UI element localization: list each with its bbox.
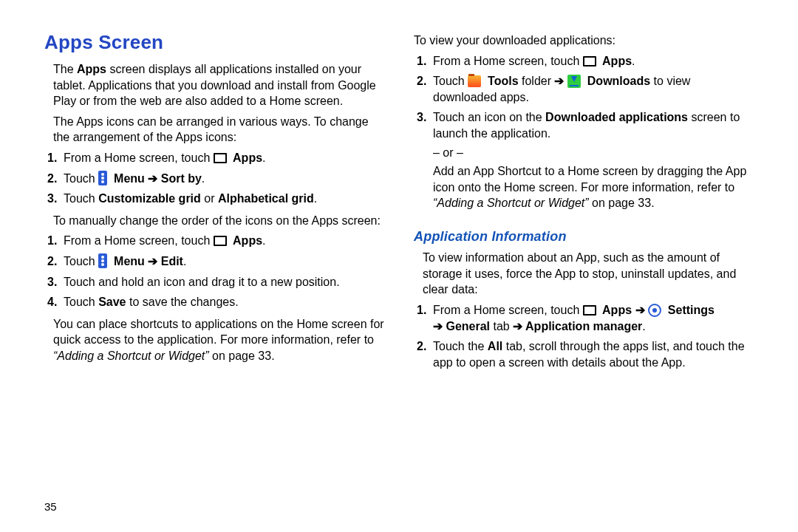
bold: Apps <box>599 304 632 316</box>
apps-icon <box>214 153 227 163</box>
arrow-icon: ➔ <box>433 320 446 332</box>
step-num: 3. <box>417 109 426 126</box>
text: You can place shortcuts to applications … <box>53 318 384 347</box>
menu-icon <box>98 253 107 268</box>
step: 3. Touch an icon on the Downloaded appli… <box>433 109 754 211</box>
apps-icon <box>214 236 227 246</box>
text: Apps <box>602 304 632 316</box>
text: Touch and hold an icon and drag it to a … <box>64 276 340 288</box>
arrow-icon: ➔ <box>632 304 648 316</box>
step: 4. Touch Save to save the changes. <box>64 294 384 310</box>
menu-icon <box>98 171 107 185</box>
manual-page: Apps Screen The Apps screen displays all… <box>0 0 798 532</box>
heading-application-information: Application Information <box>414 228 754 245</box>
text: From a Home screen, touch <box>64 234 214 247</box>
arrow-icon: ➔ <box>145 172 161 185</box>
text: folder <box>519 75 555 87</box>
text: . <box>262 151 265 164</box>
bold: Alphabetical grid <box>218 192 314 205</box>
arrow-icon: ➔ <box>554 75 567 87</box>
step: 3. Touch Customizable grid or Alphabetic… <box>64 191 384 207</box>
text: Downloads <box>587 75 650 87</box>
text: tab <box>490 320 513 332</box>
text: Touch <box>433 75 468 87</box>
steps-app-info: 1. From a Home screen, touch Apps ➔ Sett… <box>414 302 754 370</box>
step-num: 2. <box>417 73 426 89</box>
step-num: 1. <box>47 150 57 166</box>
manual-order-paragraph: To manually change the order of the icon… <box>44 213 384 229</box>
bold: Application manager <box>525 320 642 332</box>
text: Menu <box>114 172 145 185</box>
text: or <box>201 192 218 205</box>
text: Touch <box>64 255 98 267</box>
text: . <box>642 320 645 332</box>
step-num: 2. <box>47 171 57 187</box>
arrange-paragraph: The Apps icons can be arranged in variou… <box>44 114 384 146</box>
app-info-paragraph: To view information about an App, such a… <box>414 250 754 298</box>
text: Menu <box>114 255 145 267</box>
step-num: 2. <box>47 253 57 270</box>
text: . <box>183 255 186 267</box>
downloaded-intro: To view your downloaded applications: <box>414 33 754 49</box>
bold: Downloaded applications <box>545 111 688 123</box>
text: . <box>314 192 317 205</box>
text: The <box>53 63 77 75</box>
text: Tools <box>488 75 518 87</box>
step: 1. From a Home screen, touch Apps ➔ Sett… <box>433 302 754 334</box>
step-num: 1. <box>417 53 426 69</box>
text: Apps <box>233 234 262 247</box>
arrow-icon: ➔ <box>513 320 525 332</box>
bold: Apps <box>599 55 632 67</box>
bold: Downloads <box>584 75 650 87</box>
step-num: 4. <box>47 294 57 310</box>
step: 1. From a Home screen, touch Apps. <box>64 150 384 166</box>
step: 2. Touch the All tab, scroll through the… <box>433 338 754 370</box>
text: Touch <box>64 296 98 308</box>
text: . <box>202 172 205 185</box>
bold: Save <box>98 296 126 308</box>
step-num: 1. <box>47 233 57 249</box>
shortcuts-paragraph: You can place shortcuts to applications … <box>44 316 384 364</box>
heading-apps-screen: Apps Screen <box>44 30 384 55</box>
bold: All <box>488 340 502 352</box>
text: From a Home screen, touch <box>433 304 583 316</box>
cross-ref: “Adding a Shortcut or Widget” <box>53 349 209 362</box>
apps-icon <box>583 56 596 66</box>
steps-arrange: 1. From a Home screen, touch Apps. 2. To… <box>44 150 384 207</box>
cross-ref: “Adding a Shortcut or Widget” <box>433 197 589 209</box>
text: on page 33. <box>209 349 275 362</box>
intro-paragraph: The Apps screen displays all application… <box>44 61 384 109</box>
text: on page 33. <box>589 197 655 209</box>
step: 2. Touch Menu ➔ Sort by. <box>64 171 384 187</box>
step: 1. From a Home screen, touch Apps. <box>433 53 754 69</box>
bold: General <box>446 320 490 332</box>
text: . <box>262 234 265 247</box>
apps-icon <box>583 305 596 316</box>
text: Settings <box>668 304 715 316</box>
step: 3. Touch and hold an icon and drag it to… <box>64 274 384 290</box>
right-column: To view your downloaded applications: 1.… <box>414 30 754 517</box>
text: Touch <box>64 172 98 185</box>
bold: Tools <box>485 75 519 87</box>
step: 1. From a Home screen, touch Apps. <box>64 233 384 249</box>
bold: Menu <box>111 172 145 185</box>
text: . <box>632 55 635 67</box>
tools-folder-icon <box>468 75 481 87</box>
bold: Menu <box>111 255 145 267</box>
bold: Edit <box>161 255 183 267</box>
text: Touch <box>64 192 98 205</box>
text: Touch the <box>433 340 488 352</box>
settings-icon <box>648 304 661 317</box>
bold: Sort by <box>161 172 202 185</box>
step-num: 3. <box>47 274 57 290</box>
text: Apps <box>233 151 262 164</box>
steps-downloaded: 1. From a Home screen, touch Apps. 2. To… <box>414 53 754 211</box>
bold: Apps <box>230 151 262 164</box>
left-column: Apps Screen The Apps screen displays all… <box>44 30 384 517</box>
or-divider: – or – <box>433 145 754 161</box>
text: Add an App Shortcut to a Home screen by … <box>433 165 746 194</box>
text: to save the changes. <box>126 296 239 308</box>
downloads-icon <box>567 75 581 88</box>
step-num: 3. <box>47 191 57 207</box>
bold: Settings <box>664 304 715 316</box>
